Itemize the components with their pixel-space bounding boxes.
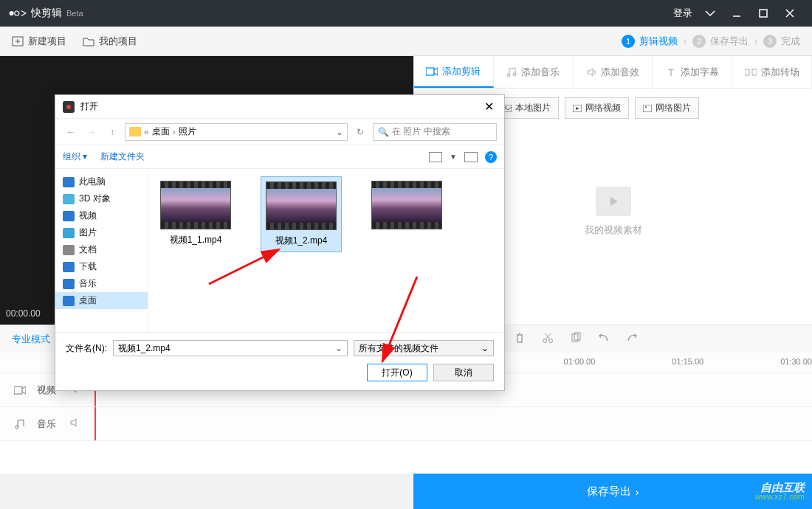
video-thumbnail (371, 181, 442, 229)
redo-icon[interactable] (626, 332, 638, 347)
filetype-select[interactable]: 所有支持的视频文件⌄ (354, 340, 494, 356)
my-projects-button[interactable]: 我的项目 (83, 35, 137, 48)
close-button[interactable] (777, 0, 803, 27)
tree-label: 下载 (79, 260, 97, 273)
step-export[interactable]: 2保存导出 (692, 35, 749, 48)
open-button[interactable]: 打开(O) (367, 364, 427, 381)
tree-node-3d[interactable]: 3D 对象 (55, 190, 148, 207)
crumb-chevron: « (144, 127, 149, 137)
app-name: 快剪辑 (31, 7, 62, 20)
breadcrumb[interactable]: « 桌面 › 照片 ⌄ (125, 123, 348, 141)
tree-node-pc[interactable]: 此电脑 (55, 173, 148, 190)
btn-label: 网络图片 (656, 102, 691, 114)
file-item[interactable]: 视频1_1.mp4 (156, 176, 235, 251)
nav-forward-button[interactable]: → (83, 124, 100, 140)
tab-add-subtitle[interactable]: T添加字幕 (653, 56, 732, 88)
tab-label: 添加字幕 (681, 66, 719, 79)
maximize-button[interactable] (750, 0, 777, 27)
tree-label: 视频 (79, 210, 97, 222)
dialog-nav: ← → ↑ « 桌面 › 照片 ⌄ ↻ 🔍 在 照片 中搜索 (55, 119, 504, 145)
view-mode-button[interactable] (429, 152, 442, 162)
trash-icon[interactable] (514, 332, 526, 347)
tab-label: 添加音乐 (521, 66, 560, 79)
step-label: 剪辑视频 (639, 35, 678, 48)
dialog-footer: 文件名(N): 视频1_2.mp4⌄ 所有支持的视频文件⌄ 打开(O) 取消 (55, 332, 504, 390)
minimize-button[interactable] (723, 0, 750, 27)
folder-icon (129, 127, 141, 136)
plus-box-icon (12, 36, 24, 46)
tree-node-download[interactable]: 下载 (55, 258, 148, 275)
refresh-button[interactable]: ↻ (352, 124, 368, 140)
crumb-item[interactable]: 照片 (179, 125, 196, 138)
filename-input[interactable]: 视频1_2.mp4⌄ (113, 340, 348, 356)
app-logo: 快剪辑 Beta (9, 7, 83, 20)
music-icon (63, 279, 75, 289)
wizard-steps: 1剪辑视频 › 2保存导出 › 3完成 (622, 35, 800, 48)
new-project-button[interactable]: 新建项目 (12, 35, 66, 48)
tree-node-picture[interactable]: 图片 (55, 224, 148, 241)
top-toolbar: 新建项目 我的项目 1剪辑视频 › 2保存导出 › 3完成 (0, 27, 812, 56)
speaker-icon[interactable] (69, 418, 80, 430)
music-track[interactable]: 音乐 (0, 407, 812, 441)
tab-add-transition[interactable]: 添加转场 (732, 56, 812, 88)
transition-icon (745, 68, 757, 77)
file-item[interactable]: 视频1_2.mp4 (261, 176, 342, 252)
tree-label: 3D 对象 (79, 193, 111, 205)
export-button[interactable]: 保存导出› 自由互联 www.xz7.com (413, 474, 812, 509)
search-placeholder: 在 照片 中搜索 (392, 125, 450, 138)
undo-icon[interactable] (598, 332, 610, 347)
picture-icon (63, 228, 75, 238)
video-track-icon (13, 386, 27, 395)
nav-back-button[interactable]: ← (63, 124, 79, 140)
chevron-down-icon[interactable]: ⌄ (335, 343, 343, 353)
web-image-button[interactable]: 网络图片 (635, 97, 699, 119)
chevron-down-icon[interactable]: ▼ (450, 153, 457, 161)
text-icon: T (666, 67, 676, 77)
cancel-button[interactable]: 取消 (433, 364, 494, 381)
new-project-label: 新建项目 (28, 35, 66, 48)
cut-icon[interactable] (542, 332, 554, 347)
dialog-search[interactable]: 🔍 在 照片 中搜索 (373, 123, 497, 141)
dialog-tools: 组织 ▾ 新建文件夹 ▼ ? (55, 145, 504, 169)
tree-label: 此电脑 (79, 176, 106, 188)
organize-button[interactable]: 组织 ▾ (63, 150, 87, 163)
tree-node-doc[interactable]: 文档 (55, 241, 148, 258)
dialog-close-button[interactable]: ✕ (481, 100, 497, 114)
svg-rect-14 (752, 69, 757, 75)
svg-rect-27 (14, 387, 22, 394)
desktop-icon (63, 296, 75, 306)
step-done[interactable]: 3完成 (763, 35, 800, 48)
crumb-item[interactable]: 桌面 (152, 125, 170, 138)
nav-up-button[interactable]: ↑ (104, 124, 120, 140)
my-projects-label: 我的项目 (99, 35, 137, 48)
mode-toggle[interactable]: 专业模式 (12, 333, 50, 346)
export-bar: 保存导出› 自由互联 www.xz7.com (0, 474, 812, 509)
new-folder-button[interactable]: 新建文件夹 (100, 150, 145, 163)
tree-node-music[interactable]: 音乐 (55, 275, 148, 292)
login-link[interactable]: 登录 (673, 7, 692, 20)
tab-add-sfx[interactable]: 添加音效 (574, 56, 653, 88)
tree-node-video[interactable]: 视频 (55, 207, 148, 224)
tree-label: 文档 (79, 243, 97, 256)
titlebar: 快剪辑 Beta 登录 (0, 0, 812, 27)
step-label: 保存导出 (710, 35, 749, 48)
tree-node-desktop[interactable]: 桌面 (55, 292, 148, 309)
media-tabs: 添加剪辑 添加音乐 添加音效 T添加字幕 添加转场 (414, 56, 812, 89)
preview-pane-button[interactable] (464, 152, 478, 162)
web-video-button[interactable]: 网络视频 (565, 97, 629, 119)
step-num: 3 (763, 35, 777, 48)
tree-label: 图片 (79, 226, 97, 239)
file-item[interactable] (367, 176, 447, 238)
tab-add-music[interactable]: 添加音乐 (494, 56, 574, 88)
chevron-down-icon: ⌄ (481, 343, 489, 353)
dropdown-menu-button[interactable] (697, 0, 723, 27)
chevron-down-icon[interactable]: ⌄ (336, 127, 343, 137)
step-edit[interactable]: 1剪辑视频 (622, 35, 678, 48)
tab-label: 添加转场 (761, 66, 799, 79)
copy-icon[interactable] (570, 332, 582, 347)
file-open-dialog: 打开 ✕ ← → ↑ « 桌面 › 照片 ⌄ ↻ 🔍 在 照片 中搜索 组织 ▾… (55, 94, 505, 391)
tab-add-clip[interactable]: 添加剪辑 (414, 56, 494, 88)
svg-rect-13 (745, 69, 749, 75)
help-button[interactable]: ? (485, 151, 497, 163)
video-thumbnail (160, 181, 231, 229)
